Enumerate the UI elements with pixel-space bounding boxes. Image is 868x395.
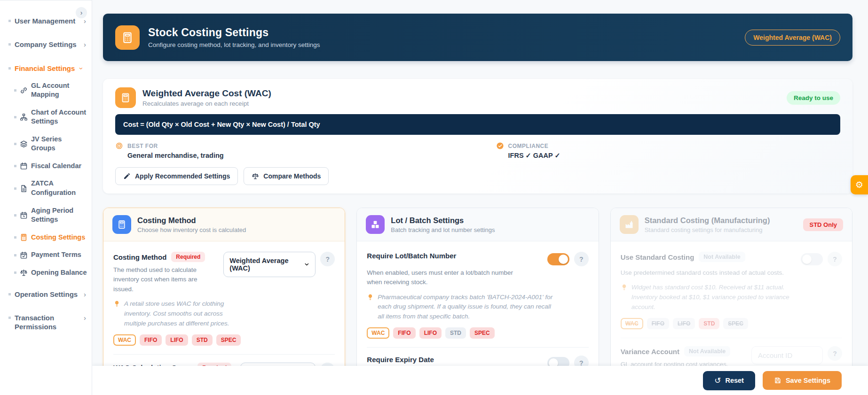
field-label: Require Lot/Batch Number (367, 252, 456, 260)
target-icon (115, 142, 123, 150)
field-description: The method used to calculate inventory c… (113, 265, 217, 294)
chip-lifo: LIFO (673, 318, 695, 329)
sidebar-item-financial-settings[interactable]: Financial Settings › (8, 59, 87, 75)
sidebar-item-aging-period-settings[interactable]: Aging Period Settings (8, 202, 87, 229)
bullet-icon (14, 116, 16, 118)
compliance-label: COMPLIANCE (508, 143, 549, 149)
use-standard-costing-toggle (801, 253, 823, 265)
chevron-right-icon: › (84, 313, 86, 323)
bullet-icon (8, 317, 11, 319)
boxes-icon (366, 215, 385, 234)
sidebar-item-company-settings[interactable]: Company Settings › (8, 35, 87, 54)
field-description: Use predetermined standard costs instead… (621, 268, 795, 278)
help-button[interactable]: ? (574, 252, 589, 266)
sidebar-item-chart-of-account-settings[interactable]: Chart of Account Settings (8, 104, 87, 131)
chip-std: STD (445, 327, 466, 339)
card-subtitle: Standard costing settings for manufactur… (645, 226, 770, 233)
status-badge: Ready to use (787, 91, 840, 105)
calculator-icon (115, 87, 136, 108)
sidebar-collapse-button[interactable]: › (76, 7, 87, 18)
help-button[interactable]: ? (320, 252, 335, 266)
bullet-icon (8, 43, 11, 46)
compare-methods-button[interactable]: Compare Methods (244, 167, 329, 185)
method-chips: WAC FIFO LIFO STD SPEC (113, 334, 335, 346)
sidebar-item-user-management[interactable]: User Management › (8, 12, 87, 31)
calculator-icon (20, 233, 28, 241)
field-label: Use Standard Costing (621, 253, 694, 261)
tip-text: Widget has standard cost $10. Received a… (631, 283, 801, 312)
calendar-icon (20, 211, 28, 219)
sitemap-icon (20, 113, 28, 121)
costing-method-select[interactable]: Weighted Average (WAC) (223, 252, 316, 277)
save-settings-button[interactable]: Save Settings (763, 371, 842, 390)
sidebar-item-operation-settings[interactable]: Operation Settings › (8, 285, 87, 304)
field-description: When enabled, users must enter a lot/bat… (367, 268, 522, 287)
variance-account-input (751, 346, 823, 364)
not-available-badge: Not Available (684, 346, 730, 356)
chip-std: STD (192, 334, 213, 346)
sidebar-item-zatca-configuration[interactable]: ZATCA Configuration (8, 175, 87, 201)
layers-icon (20, 140, 28, 148)
apply-recommended-settings-button[interactable]: Apply Recommended Settings (115, 167, 238, 185)
chip-wac: WAC (367, 327, 389, 339)
required-badge: Required (171, 252, 205, 262)
lightbulb-icon (113, 300, 120, 307)
tip-text: A retail store uses WAC for clothing inv… (124, 299, 244, 329)
chip-fifo: FIFO (647, 318, 669, 329)
sidebar-item-fiscal-calendar[interactable]: Fiscal Calendar (8, 157, 87, 175)
sidebar-item-transaction-permissions[interactable]: Transaction Permissions › (8, 309, 87, 336)
main-content: Stock Costing Settings Configure costing… (92, 0, 868, 395)
std-only-badge: STD Only (803, 218, 843, 231)
lightbulb-icon (367, 294, 374, 301)
sidebar-item-payment-terms[interactable]: Payment Terms (8, 246, 87, 264)
chip-spec: SPEC (723, 318, 748, 329)
field-label: Costing Method (113, 253, 166, 261)
wac-card-title: Weighted Average Cost (WAC) (142, 88, 271, 99)
wac-formula: Cost = (Old Qty × Old Cost + New Qty × N… (115, 114, 840, 135)
chevron-right-icon: › (84, 16, 86, 26)
undo-icon: ↺ (714, 377, 721, 385)
reset-button[interactable]: ↺ Reset (703, 371, 755, 390)
card-subtitle: Batch tracking and lot number settings (391, 226, 495, 233)
chevron-down-icon: › (77, 67, 87, 70)
sidebar: › User Management › Company Settings › F… (0, 0, 92, 395)
sidebar-item-opening-balance[interactable]: Opening Balance (8, 264, 87, 282)
page-subtitle: Configure costing method, lot tracking, … (148, 41, 320, 48)
link-icon (20, 86, 28, 94)
settings-gear-button[interactable]: ⚙ (851, 175, 868, 194)
page-header-banner: Stock Costing Settings Configure costing… (103, 14, 852, 61)
not-available-badge: Not Available (699, 252, 745, 262)
tip-text: Pharmaceutical company tracks batch 'BAT… (378, 293, 556, 322)
card-title: Costing Method (137, 216, 246, 225)
chip-lifo: LIFO (419, 327, 442, 339)
chip-lifo: LIFO (166, 334, 188, 346)
chevron-right-icon: › (84, 40, 86, 49)
chip-fifo: FIFO (393, 327, 415, 339)
floppy-disk-icon (774, 377, 781, 384)
require-lot-toggle[interactable] (547, 253, 569, 265)
bullet-icon (8, 20, 11, 22)
help-button: ? (828, 346, 842, 361)
calendar-icon (20, 162, 28, 170)
scales-icon (20, 269, 28, 277)
calculator-icon (112, 215, 131, 234)
calculator-icon (115, 25, 140, 50)
chip-spec: SPEC (470, 327, 495, 339)
scales-icon (252, 172, 259, 180)
wac-card-subtitle: Recalculates average on each receipt (142, 100, 271, 107)
chip-wac: WAC (113, 334, 136, 346)
sidebar-item-costing-settings[interactable]: Costing Settings (8, 229, 87, 247)
bullet-icon (14, 143, 16, 145)
check-circle-icon (496, 142, 504, 150)
sidebar-item-gl-account-mapping[interactable]: GL Account Mapping (8, 77, 87, 104)
file-icon (20, 185, 28, 193)
bullet-icon (14, 271, 16, 274)
method-chips: WAC FIFO LIFO STD SPEC (367, 327, 588, 339)
help-button: ? (828, 252, 842, 266)
gear-icon: ⚙ (855, 179, 863, 190)
sidebar-item-jv-series-groups[interactable]: JV Series Groups (8, 131, 87, 157)
chevron-right-icon: › (84, 290, 86, 299)
chip-wac: WAC (621, 318, 643, 329)
card-subtitle: Choose how inventory cost is calculated (137, 226, 246, 233)
method-chips: WAC FIFO LIFO STD SPEC (621, 318, 842, 329)
